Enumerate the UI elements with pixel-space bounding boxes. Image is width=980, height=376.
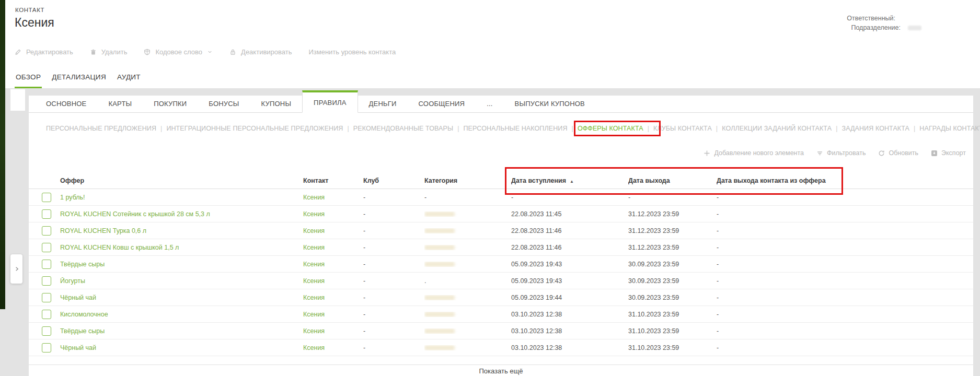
contact-link[interactable]: Ксения xyxy=(303,344,325,351)
table-row: ЙогуртыКсения-.05.09.2023 19:4330.09.202… xyxy=(29,273,973,289)
toolbar-button-label: Редактировать xyxy=(26,48,73,56)
contact-link[interactable]: Ксения xyxy=(303,311,325,318)
subtab-7[interactable]: ДЕНЬГИ xyxy=(358,96,408,112)
rules-subnav-item-8[interactable]: ЗАДАНИЯ КОНТАКТА xyxy=(841,125,909,132)
table-row: Твёрдые сырыКсения-05.09.2023 19:4330.09… xyxy=(29,256,973,273)
checkbox-cell xyxy=(29,343,60,352)
subtab-4[interactable]: БОНУСЫ xyxy=(198,96,250,112)
category-cell: . xyxy=(424,277,511,285)
filter-button[interactable]: Фильтровать xyxy=(816,149,866,157)
column-header-date-out[interactable]: Дата выхода xyxy=(628,177,717,184)
toolbar-button-shield[interactable]: Кодовое слово xyxy=(144,48,213,56)
column-header-offer[interactable]: Оффер xyxy=(60,177,303,184)
category-cell xyxy=(424,262,511,267)
contact-cell: Ксения xyxy=(303,294,363,301)
toolbar-button-pencil[interactable]: Редактировать xyxy=(15,48,73,56)
tab-обзор[interactable]: ОБЗОР xyxy=(15,73,42,88)
column-header-club[interactable]: Клуб xyxy=(363,177,424,184)
offer-link[interactable]: 1 рубль! xyxy=(60,194,85,201)
table-row: ROYAL KUCHEN Сотейник с крышкой 28 см 5,… xyxy=(29,206,973,222)
date-in-cell: 05.09.2023 19:44 xyxy=(511,294,628,301)
date-exit-cell: - xyxy=(717,261,973,268)
offer-link[interactable]: ROYAL KUCHEN Сотейник с крышкой 28 см 5,… xyxy=(60,210,210,218)
redacted-category-value xyxy=(424,312,455,317)
date-out-cell: 30.09.2023 23:59 xyxy=(628,277,717,285)
refresh-button[interactable]: Обновить xyxy=(878,149,918,157)
subtab-3[interactable]: ПОКУПКИ xyxy=(143,96,198,112)
column-header-date-exit[interactable]: Дата выхода контакта из оффера xyxy=(717,177,973,184)
row-checkbox[interactable] xyxy=(42,310,51,319)
toolbar-button-lock[interactable]: Деактивировать xyxy=(229,48,292,56)
rules-subnav-item-1[interactable]: ПЕРСОНАЛЬНЫЕ ПРЕДЛОЖЕНИЯ xyxy=(46,125,156,132)
category-cell xyxy=(424,312,511,317)
toolbar-button-change-level[interactable]: Изменить уровень контакта xyxy=(308,48,396,56)
date-out-cell: 31.10.2023 23:59 xyxy=(628,327,717,335)
redacted-category-value xyxy=(424,295,455,300)
offer-link[interactable]: Чёрный чай xyxy=(60,294,96,301)
offer-link[interactable]: Твёрдые сыры xyxy=(60,261,105,268)
offer-link[interactable]: Йогурты xyxy=(60,277,85,285)
add-item-button[interactable]: Добавление нового элемента xyxy=(704,149,804,157)
contact-link[interactable]: Ксения xyxy=(303,210,325,218)
row-checkbox[interactable] xyxy=(42,193,51,202)
tab-детализация[interactable]: ДЕТАЛИЗАЦИЯ xyxy=(51,73,107,88)
category-cell xyxy=(424,328,511,334)
sidebar-expander-button[interactable] xyxy=(10,254,22,284)
subtab-6[interactable]: ПРАВИЛА xyxy=(302,90,358,113)
subtab-1[interactable]: ОСНОВНОЕ xyxy=(35,96,97,112)
subtab-9[interactable]: ... xyxy=(476,96,503,112)
left-edge-strip xyxy=(0,0,5,309)
tab-аудит[interactable]: АУДИТ xyxy=(116,73,142,88)
department-row: Подразделение: xyxy=(851,24,921,31)
row-checkbox[interactable] xyxy=(42,326,51,336)
offer-link[interactable]: Чёрный чай xyxy=(60,344,96,351)
toolbar-button-label: Кодовое слово xyxy=(155,48,202,56)
row-checkbox[interactable] xyxy=(42,293,51,302)
row-checkbox[interactable] xyxy=(42,343,51,352)
entity-type-label: КОНТАКТ xyxy=(15,7,44,13)
date-out-cell: 31.12.2023 23:59 xyxy=(628,244,717,251)
subtab-10[interactable]: ВЫПУСКИ КУПОНОВ xyxy=(504,96,596,112)
column-header-date-in[interactable]: Дата вступления▲ xyxy=(511,177,628,184)
contact-link[interactable]: Ксения xyxy=(303,194,325,201)
column-header-contact[interactable]: Контакт xyxy=(303,177,363,184)
contact-link[interactable]: Ксения xyxy=(303,261,325,268)
offer-link[interactable]: ROYAL KUCHEN Турка 0,6 л xyxy=(60,227,146,234)
contact-link[interactable]: Ксения xyxy=(303,327,325,335)
offer-link[interactable]: Кисломолочное xyxy=(60,311,108,318)
table-row: Чёрный чайКсения-05.09.2023 19:4430.09.2… xyxy=(29,289,973,306)
export-button[interactable]: Экспорт xyxy=(931,149,966,157)
row-checkbox[interactable] xyxy=(42,276,51,286)
sort-ascending-icon: ▲ xyxy=(570,179,574,184)
contact-link[interactable]: Ксения xyxy=(303,227,325,234)
rules-subnav-item-3[interactable]: РЕКОМЕНДОВАННЫЕ ТОВАРЫ xyxy=(353,125,453,132)
subtab-5[interactable]: КУПОНЫ xyxy=(250,96,303,112)
contact-link[interactable]: Ксения xyxy=(303,277,325,285)
toolbar-button-trash[interactable]: Удалить xyxy=(90,48,128,56)
rules-subnav-item-7[interactable]: КОЛЛЕКЦИИ ЗАДАНИЙ КОНТАКТА xyxy=(722,125,832,132)
rules-subnav-item-9[interactable]: НАГРАДЫ КОНТАКТА xyxy=(919,125,980,132)
column-header-category[interactable]: Категория xyxy=(424,177,511,184)
date-out-cell: - xyxy=(628,194,717,201)
rules-subnav-item-5[interactable]: ОФФЕРЫ КОНТАКТА xyxy=(578,125,643,132)
contact-link[interactable]: Ксения xyxy=(303,294,325,301)
contact-link[interactable]: Ксения xyxy=(303,244,325,251)
offer-link[interactable]: ROYAL KUCHEN Ковш с крышкой 1,5 л xyxy=(60,244,179,251)
subtab-8[interactable]: СООБЩЕНИЯ xyxy=(408,96,476,112)
rules-subnav-item-6[interactable]: КЛУБЫ КОНТАКТА xyxy=(653,125,712,132)
redacted-category-value xyxy=(424,328,455,334)
row-checkbox[interactable] xyxy=(42,243,51,252)
rules-subnav-item-4[interactable]: ПЕРСОНАЛЬНЫЕ НАКОПЛЕНИЯ xyxy=(464,125,568,132)
checkbox-cell xyxy=(29,293,60,302)
show-more-button[interactable]: Показать ещё xyxy=(479,367,523,375)
club-cell: - xyxy=(363,194,424,201)
nav-separator: | xyxy=(648,125,649,132)
row-checkbox[interactable] xyxy=(42,226,51,236)
row-checkbox[interactable] xyxy=(42,260,51,269)
category-cell xyxy=(424,295,511,300)
subtab-2[interactable]: КАРТЫ xyxy=(97,96,143,112)
offer-cell: ROYAL KUCHEN Ковш с крышкой 1,5 л xyxy=(60,244,303,251)
rules-subnav-item-2[interactable]: ИНТЕГРАЦИОННЫЕ ПЕРСОНАЛЬНЫЕ ПРЕДЛОЖЕНИЯ xyxy=(166,125,343,132)
row-checkbox[interactable] xyxy=(42,209,51,219)
offer-link[interactable]: Твёрдые сыры xyxy=(60,327,105,335)
